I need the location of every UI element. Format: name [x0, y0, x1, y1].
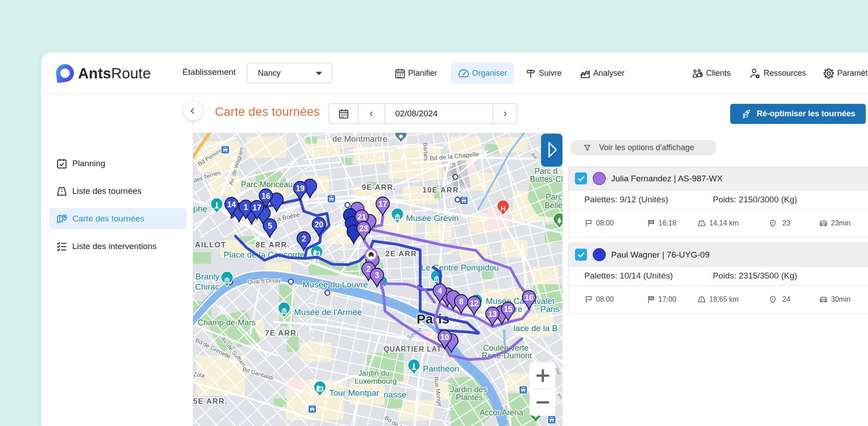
svg-text:2: 2	[302, 234, 306, 243]
svg-text:Branly: Branly	[195, 272, 219, 281]
svg-text:Musée Grévin: Musée Grévin	[406, 213, 459, 223]
svg-text:Jardin du: Jardin du	[358, 369, 389, 377]
svg-text:Accor Arena: Accor Arena	[479, 408, 524, 417]
svg-text:5E ARR.: 5E ARR.	[193, 397, 227, 406]
svg-text:Chirac: Chirac	[195, 282, 219, 291]
svg-text:15: 15	[504, 305, 513, 314]
svg-text:16: 16	[261, 192, 270, 201]
svg-text:Parc Monceau: Parc Monceau	[241, 180, 293, 189]
svg-text:nasse: nasse	[384, 390, 406, 399]
svg-text:8E ARR.: 8E ARR.	[256, 241, 290, 249]
svg-text:Barbès: Barbès	[422, 142, 430, 161]
svg-text:10E ARR.: 10E ARR.	[422, 186, 462, 194]
svg-text:12: 12	[470, 299, 479, 308]
svg-text:4: 4	[438, 287, 442, 295]
svg-text:3: 3	[375, 271, 379, 280]
svg-text:phe: phe	[193, 204, 207, 213]
svg-text:5: 5	[268, 221, 272, 230]
svg-text:de Montmartre: de Montmartre	[332, 134, 388, 143]
svg-text:Musée de l'Armée: Musée de l'Armée	[294, 307, 362, 317]
svg-text:13: 13	[488, 310, 497, 319]
svg-text:Jardin des: Jardin des	[450, 385, 487, 394]
svg-text:Musée du Louvre: Musée du Louvre	[302, 280, 368, 289]
svg-text:23: 23	[359, 224, 368, 233]
svg-text:H: H	[501, 205, 506, 212]
svg-text:Plantes: Plantes	[456, 393, 483, 402]
svg-text:Parc d: Parc d	[534, 167, 558, 176]
svg-text:Champ-de-Mars: Champ-de-Mars	[198, 318, 256, 327]
svg-text:17: 17	[378, 200, 387, 209]
svg-text:Buttes-Cha: Buttes-Cha	[530, 175, 562, 184]
svg-text:16: 16	[525, 293, 533, 302]
svg-text:Luxembourg: Luxembourg	[355, 377, 397, 385]
svg-text:20: 20	[314, 220, 323, 229]
svg-text:7E ARR.: 7E ARR.	[265, 329, 299, 337]
svg-text:2E ARR: 2E ARR	[385, 250, 417, 258]
svg-text:9E ARR.: 9E ARR.	[362, 183, 396, 192]
svg-text:lace de la B: lace de la B	[513, 324, 558, 333]
svg-text:14: 14	[227, 200, 236, 209]
svg-text:21: 21	[357, 213, 366, 221]
svg-text:Panthéon: Panthéon	[423, 364, 459, 373]
svg-text:10: 10	[440, 333, 449, 342]
svg-text:Parc: Parc	[546, 193, 562, 201]
svg-text:8: 8	[459, 297, 463, 306]
svg-text:1: 1	[244, 203, 248, 212]
svg-text:QUARTIER LAT: QUARTIER LAT	[384, 345, 442, 353]
svg-text:Paris: Paris	[540, 304, 559, 314]
svg-text:AILLOT: AILLOT	[195, 241, 226, 249]
svg-text:17: 17	[252, 203, 261, 212]
svg-text:2: 2	[366, 265, 371, 274]
svg-text:Belle: Belle	[545, 201, 562, 210]
svg-text:Tour Montpar: Tour Montpar	[329, 388, 380, 397]
svg-text:19: 19	[296, 184, 305, 193]
